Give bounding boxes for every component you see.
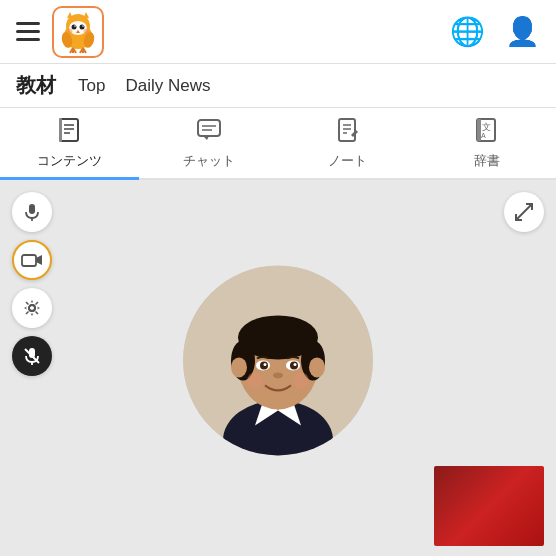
svg-point-7 (72, 24, 77, 29)
svg-text:A: A (481, 132, 486, 139)
svg-point-8 (80, 24, 85, 29)
svg-line-48 (516, 204, 532, 220)
resize-button[interactable] (504, 192, 544, 232)
settings-button[interactable] (12, 288, 52, 328)
logo-container[interactable] (52, 6, 104, 58)
header: 🌐 👤 (0, 0, 556, 64)
camera-button[interactable] (12, 240, 52, 280)
tab-chat[interactable]: チャット (139, 108, 278, 178)
left-controls (12, 192, 52, 376)
svg-rect-41 (22, 255, 36, 266)
tab-dict[interactable]: 文 A 辞書 (417, 108, 556, 178)
hamburger-button[interactable] (16, 22, 40, 41)
tab-note-label: ノート (328, 152, 367, 170)
svg-point-67 (273, 372, 283, 378)
svg-point-69 (293, 372, 309, 388)
svg-text:文: 文 (482, 122, 491, 132)
svg-rect-27 (198, 120, 220, 136)
svg-rect-26 (59, 118, 62, 142)
svg-point-66 (294, 363, 297, 366)
svg-rect-22 (60, 119, 78, 141)
mute-button[interactable] (12, 336, 52, 376)
right-controls (504, 192, 544, 232)
nav-bar: 教材 Top Daily News (0, 64, 556, 108)
person-icon[interactable]: 👤 (505, 15, 540, 48)
content-icon (56, 116, 84, 148)
svg-point-68 (247, 372, 263, 388)
svg-point-12 (68, 28, 73, 33)
avatar (183, 265, 373, 455)
note-icon (334, 116, 362, 148)
svg-rect-58 (243, 337, 313, 352)
svg-marker-28 (203, 136, 209, 140)
svg-point-60 (309, 357, 325, 377)
globe-icon[interactable]: 🌐 (450, 15, 485, 48)
mic-button[interactable] (12, 192, 52, 232)
tabs: コンテンツ チャット ノート (0, 108, 556, 180)
tab-chat-label: チャット (183, 152, 235, 170)
svg-marker-42 (36, 255, 42, 265)
nav-link-daily-news[interactable]: Daily News (119, 74, 216, 98)
nav-title: 教材 (16, 72, 56, 99)
chat-icon (195, 116, 223, 148)
svg-marker-3 (83, 12, 89, 19)
svg-point-10 (82, 25, 84, 27)
video-thumbnail[interactable] (434, 466, 544, 546)
tab-content-label: コンテンツ (37, 152, 102, 170)
owl-logo (56, 10, 100, 54)
svg-point-44 (29, 305, 35, 311)
svg-point-65 (264, 363, 267, 366)
svg-point-59 (231, 357, 247, 377)
svg-rect-31 (339, 119, 355, 141)
dict-icon: 文 A (473, 116, 501, 148)
tab-note[interactable]: ノート (278, 108, 417, 178)
header-right-icons: 🌐 👤 (450, 15, 540, 48)
svg-rect-39 (29, 204, 35, 214)
tab-content[interactable]: コンテンツ (0, 108, 139, 178)
svg-point-13 (84, 28, 89, 33)
tab-dict-label: 辞書 (474, 152, 500, 170)
svg-point-9 (74, 25, 76, 27)
svg-marker-2 (67, 12, 73, 19)
main-content (0, 180, 556, 556)
nav-link-top[interactable]: Top (72, 74, 111, 98)
